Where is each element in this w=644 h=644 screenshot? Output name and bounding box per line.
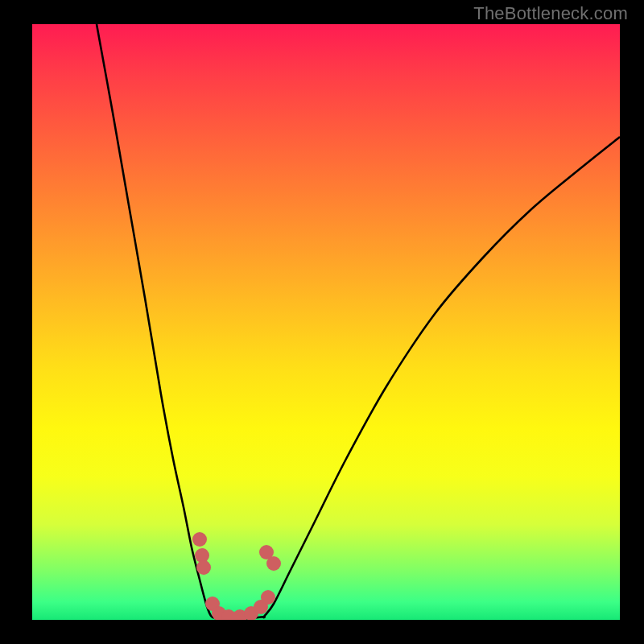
watermark-text: TheBottleneck.com [473, 3, 628, 24]
chart-svg [32, 24, 620, 620]
marker-dot [261, 590, 275, 605]
marker-dot [266, 556, 281, 571]
marker-dot [192, 532, 207, 547]
bottleneck-curve [97, 24, 620, 618]
marker-dot [196, 560, 211, 575]
marker-group [192, 532, 281, 620]
chart-frame: TheBottleneck.com [0, 0, 644, 644]
plot-area [32, 24, 620, 620]
